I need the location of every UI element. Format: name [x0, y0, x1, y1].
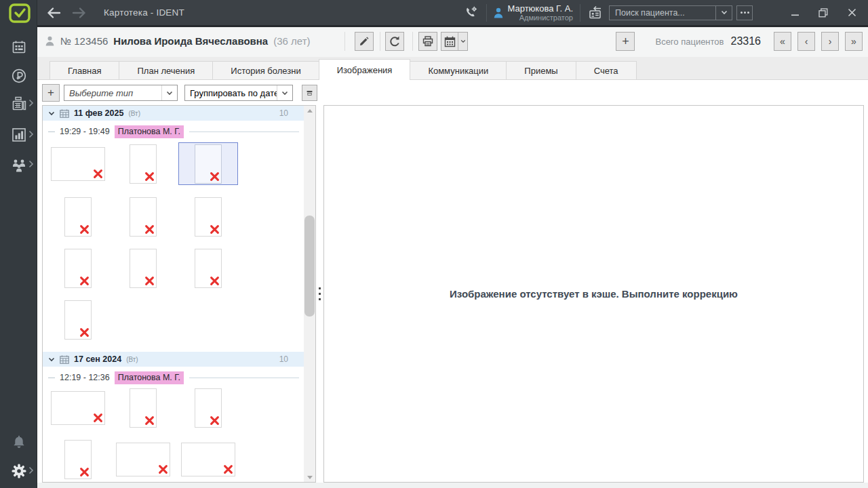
image-thumbnail[interactable] [195, 197, 222, 237]
collapse-chevron-icon [48, 111, 55, 116]
patient-identity: № 123456 Нилова Ироида Вячеславовна (36 … [45, 35, 311, 47]
grouping-value: Группировать по дате [185, 88, 277, 98]
forward-arrow-icon [71, 6, 87, 20]
image-thumbnail[interactable] [64, 300, 92, 340]
back-button[interactable] [45, 6, 62, 20]
thumbnail-cell [111, 197, 176, 237]
image-group-header[interactable]: 11 фев 2025(Вт)10 [43, 106, 304, 121]
sidebar-item-notifications[interactable] [0, 432, 37, 452]
sidebar-item-payments[interactable] [0, 66, 37, 86]
first-patient-button[interactable]: « [774, 32, 791, 51]
combo-dropdown-button[interactable] [161, 85, 177, 100]
last-patient-button[interactable]: » [845, 32, 863, 51]
refresh-icon [389, 35, 401, 47]
tab-izobrazheniya[interactable]: Изображения [319, 59, 411, 80]
phone-calls-button[interactable] [463, 5, 479, 21]
patient-search-input[interactable] [610, 8, 715, 18]
calendar-dropdown-button[interactable] [458, 33, 467, 50]
scrollbar-thumb[interactable] [304, 216, 315, 317]
divider [344, 32, 345, 51]
collapse-chevron-icon [48, 357, 55, 362]
images-toolbar: + Выберите тип Группировать по дате [42, 84, 317, 102]
combo-dropdown-button[interactable] [277, 85, 292, 100]
panel-splitter[interactable] [316, 105, 323, 483]
appointments-calendar-button[interactable] [441, 32, 468, 51]
image-list: 11 фев 2025(Вт)1019:29 - 19:49Платонова … [43, 106, 304, 483]
restore-button[interactable] [814, 4, 833, 22]
image-thumbnail[interactable] [116, 443, 170, 476]
image-thumbnail[interactable] [64, 197, 92, 237]
group-count: 10 [279, 108, 288, 118]
session-line [189, 131, 299, 132]
selected-image-thumbnail[interactable] [178, 142, 238, 185]
image-thumbnail[interactable] [51, 391, 105, 425]
image-thumbnail[interactable] [64, 440, 92, 479]
gear-icon [9, 462, 28, 481]
scroll-up-button[interactable] [304, 106, 315, 115]
doctor-badge: Платонова М. Г. [115, 125, 184, 138]
collapse-groups-button[interactable] [302, 85, 317, 101]
image-group-header[interactable]: 17 сен 2024(Вт)10 [43, 352, 304, 367]
tab-glavnaya[interactable]: Главная [50, 61, 119, 79]
search-dropdown-button[interactable] [715, 6, 732, 20]
patient-number: № 123456 [60, 35, 108, 47]
image-thumbnail[interactable] [130, 144, 157, 184]
image-thumbnail[interactable] [181, 443, 235, 476]
session-line [189, 378, 299, 378]
patient-card-return-button[interactable] [587, 5, 604, 21]
missing-image-x-icon [79, 224, 90, 235]
image-thumbnail[interactable] [195, 388, 222, 428]
tab-scheta[interactable]: Счета [576, 61, 637, 79]
image-type-filter-select[interactable]: Выберите тип [64, 85, 178, 101]
session-dash [48, 378, 55, 378]
previous-patient-button[interactable]: ‹ [797, 32, 815, 51]
group-weekday: (Вт) [128, 110, 140, 117]
vertical-scrollbar[interactable] [304, 106, 315, 482]
image-thumbnail[interactable] [195, 144, 222, 184]
missing-image-x-icon [79, 224, 90, 235]
thumbnail-row [45, 197, 304, 237]
tab-istoriya-bolezni[interactable]: История болезни [212, 61, 319, 79]
divider [580, 4, 580, 22]
card-return-icon [587, 5, 604, 21]
chevron-down-icon [460, 39, 466, 43]
chevron-down-icon [166, 91, 173, 96]
current-user[interactable]: Мартюкова Г. А. Администратор [494, 4, 573, 22]
chevron-right-icon [28, 160, 34, 168]
refresh-button[interactable] [385, 32, 404, 51]
missing-image-x-icon [223, 464, 233, 474]
thumbnail-cell [45, 249, 111, 288]
image-thumbnail[interactable] [195, 249, 222, 288]
print-button[interactable] [418, 32, 437, 51]
edit-patient-button[interactable] [355, 32, 374, 51]
image-thumbnail[interactable] [130, 197, 157, 237]
image-thumbnail[interactable] [64, 249, 92, 288]
add-patient-button[interactable]: + [616, 32, 635, 51]
missing-image-x-icon [158, 464, 168, 474]
grouping-select[interactable]: Группировать по дате [184, 85, 293, 101]
close-button[interactable] [842, 4, 861, 22]
patient-name: Нилова Ироида Вячеславовна [113, 35, 268, 47]
forward-button[interactable] [71, 6, 87, 20]
add-image-button[interactable]: + [42, 84, 60, 102]
tab-priemy[interactable]: Приемы [506, 61, 576, 79]
missing-image-x-icon [210, 415, 220, 426]
sidebar-item-schedule[interactable] [0, 37, 37, 58]
calendar-icon [60, 355, 69, 364]
minimize-button[interactable] [785, 4, 804, 22]
missing-image-x-icon [93, 169, 103, 179]
missing-image-message: Изображение отсутствует в кэше. Выполнит… [450, 288, 738, 300]
tab-plan-lecheniya[interactable]: План лечения [119, 61, 213, 79]
schedule-calendar-icon [10, 39, 28, 56]
more-options-button[interactable] [736, 5, 753, 20]
ident-logo-icon[interactable] [9, 3, 31, 23]
divider [380, 32, 380, 51]
next-patient-button[interactable]: › [821, 32, 839, 51]
image-thumbnail[interactable] [130, 388, 157, 428]
image-thumbnail[interactable] [130, 249, 157, 288]
tab-kommunikacii[interactable]: Коммуникации [410, 61, 507, 79]
scroll-down-button[interactable] [304, 472, 315, 482]
pencil-icon [358, 35, 370, 47]
minimize-icon [791, 8, 800, 17]
image-thumbnail[interactable] [51, 147, 105, 181]
